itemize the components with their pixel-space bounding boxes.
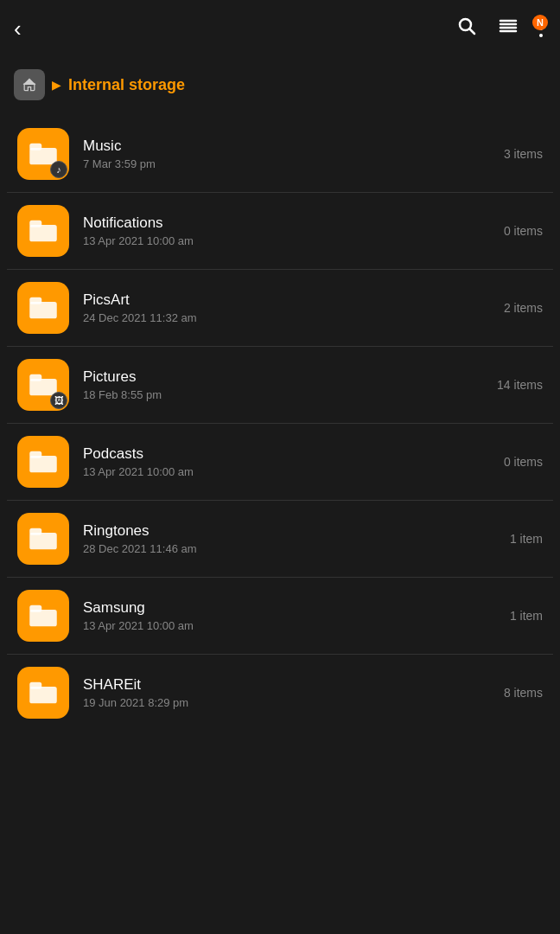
folder-sub-badge: 🖼: [50, 392, 67, 409]
folder-name: Ringtones: [83, 522, 500, 540]
folder-icon-wrapper: [17, 205, 69, 257]
folder-count: 0 items: [504, 455, 543, 469]
svg-rect-18: [29, 610, 57, 626]
svg-rect-19: [29, 605, 41, 612]
folder-date: 7 Mar 3:59 pm: [83, 157, 493, 170]
svg-rect-14: [29, 456, 57, 472]
svg-rect-8: [29, 225, 57, 241]
folder-icon-bg: [17, 513, 69, 565]
folder-date: 13 Apr 2021 10:00 am: [83, 619, 500, 632]
folder-info: PicsArt24 Dec 2021 11:32 am: [83, 291, 493, 324]
folder-sub-badge: ♪: [50, 161, 67, 178]
folder-item[interactable]: SHAREit19 Jun 2021 8:29 pm8 items: [7, 655, 553, 731]
folder-info: Samsung13 Apr 2021 10:00 am: [83, 599, 500, 632]
folder-name: Podcasts: [83, 445, 493, 463]
folder-count: 14 items: [497, 378, 543, 392]
svg-rect-11: [29, 297, 41, 304]
folder-info: Podcasts13 Apr 2021 10:00 am: [83, 445, 493, 478]
folder-date: 28 Dec 2021 11:46 am: [83, 542, 500, 555]
svg-rect-13: [29, 374, 41, 381]
breadcrumb-label: Internal storage: [68, 76, 185, 94]
svg-rect-9: [29, 221, 41, 227]
folder-icon-wrapper: 🖼: [17, 359, 69, 411]
top-bar-left: ‹: [14, 17, 22, 40]
folder-list: ♪Music7 Mar 3:59 pm3 itemsNotifications1…: [0, 116, 560, 731]
folder-shape-icon: [28, 450, 59, 474]
svg-rect-17: [29, 528, 41, 535]
folder-icon-wrapper: [17, 436, 69, 488]
breadcrumb-arrow: ▶: [52, 78, 61, 92]
folder-info: Notifications13 Apr 2021 10:00 am: [83, 214, 493, 247]
folder-info: Ringtones28 Dec 2021 11:46 am: [83, 522, 500, 555]
folder-icon-bg: [17, 590, 69, 642]
folder-shape-icon: [28, 527, 59, 551]
folder-icon-bg: [17, 282, 69, 334]
folder-item[interactable]: PicsArt24 Dec 2021 11:32 am2 items: [7, 270, 553, 347]
folder-item[interactable]: ♪Music7 Mar 3:59 pm3 items: [7, 116, 553, 193]
folder-name: Pictures: [83, 368, 487, 386]
folder-date: 18 Feb 8:55 pm: [83, 388, 487, 401]
search-icon: [456, 16, 477, 36]
folder-icon-bg: [17, 436, 69, 488]
more-button[interactable]: N: [539, 20, 543, 37]
folder-item[interactable]: Podcasts13 Apr 2021 10:00 am0 items: [7, 424, 553, 501]
folder-icon-bg: [17, 205, 69, 257]
folder-icon-bg: [17, 667, 69, 719]
folder-name: PicsArt: [83, 291, 493, 309]
folder-item[interactable]: Ringtones28 Dec 2021 11:46 am1 item: [7, 501, 553, 578]
folder-info: Pictures18 Feb 8:55 pm: [83, 368, 487, 401]
folder-icon-wrapper: [17, 282, 69, 334]
back-button[interactable]: ‹: [14, 17, 22, 40]
folder-count: 8 items: [504, 686, 543, 700]
folder-count: 2 items: [504, 301, 543, 315]
folder-shape-icon: [28, 219, 59, 243]
folder-date: 19 Jun 2021 8:29 pm: [83, 696, 493, 709]
list-view-icon: [498, 16, 519, 36]
list-view-button[interactable]: [498, 16, 519, 42]
folder-item[interactable]: Notifications13 Apr 2021 10:00 am0 items: [7, 193, 553, 270]
folder-count: 1 item: [510, 532, 543, 546]
folder-date: 24 Dec 2021 11:32 am: [83, 311, 493, 324]
folder-info: Music7 Mar 3:59 pm: [83, 138, 493, 170]
svg-rect-16: [29, 533, 57, 549]
folder-count: 1 item: [510, 609, 543, 623]
svg-rect-7: [29, 144, 41, 150]
top-bar-right: N: [456, 16, 543, 42]
folder-count: 0 items: [504, 224, 543, 238]
svg-rect-20: [29, 687, 57, 703]
folder-name: SHAREit: [83, 676, 493, 694]
home-button[interactable]: [14, 69, 45, 100]
folder-shape-icon: [28, 604, 59, 628]
breadcrumb: ▶ Internal storage: [0, 57, 560, 116]
svg-rect-10: [29, 302, 57, 318]
folder-icon-wrapper: [17, 667, 69, 719]
top-bar: ‹ N: [0, 0, 560, 57]
folder-icon-wrapper: [17, 590, 69, 642]
home-icon: [21, 76, 38, 93]
folder-name: Music: [83, 138, 493, 155]
folder-shape-icon: [28, 681, 59, 705]
notification-badge: N: [532, 15, 548, 30]
folder-count: 3 items: [504, 147, 543, 161]
search-button[interactable]: [456, 16, 477, 42]
folder-shape-icon: [28, 296, 59, 320]
folder-item[interactable]: Samsung13 Apr 2021 10:00 am1 item: [7, 578, 553, 655]
folder-name: Notifications: [83, 214, 493, 232]
folder-item[interactable]: 🖼Pictures18 Feb 8:55 pm14 items: [7, 347, 553, 424]
folder-info: SHAREit19 Jun 2021 8:29 pm: [83, 676, 493, 709]
folder-date: 13 Apr 2021 10:00 am: [83, 465, 493, 478]
folder-icon-wrapper: ♪: [17, 128, 69, 180]
folder-icon-wrapper: [17, 513, 69, 565]
folder-date: 13 Apr 2021 10:00 am: [83, 234, 493, 247]
svg-rect-21: [29, 682, 41, 689]
folder-name: Samsung: [83, 599, 500, 617]
svg-rect-15: [29, 451, 41, 458]
svg-line-1: [470, 29, 475, 35]
